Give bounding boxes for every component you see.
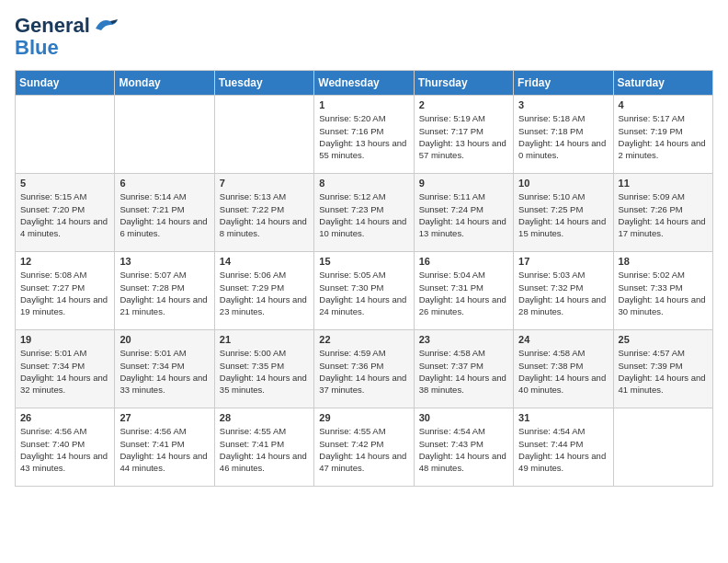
- cell-daylight: Daylight: 14 hours and 40 minutes.: [518, 372, 608, 396]
- cell-daylight: Daylight: 14 hours and 19 minutes.: [20, 293, 109, 318]
- cell-sunset: Sunset: 7:27 PM: [20, 282, 109, 293]
- cell-sunset: Sunset: 7:44 PM: [518, 438, 608, 450]
- calendar-cell: 28 Sunrise: 4:55 AM Sunset: 7:41 PM Dayl…: [214, 408, 313, 487]
- cell-sunrise: Sunrise: 5:09 AM: [619, 190, 708, 202]
- day-number: 22: [319, 334, 408, 345]
- day-number: 28: [220, 412, 309, 423]
- day-number: 19: [20, 334, 109, 345]
- day-number: 25: [619, 334, 708, 345]
- cell-daylight: Daylight: 14 hours and 24 minutes.: [319, 293, 408, 318]
- cell-sunset: Sunset: 7:43 PM: [419, 438, 508, 450]
- cell-sunrise: Sunrise: 4:56 AM: [20, 425, 109, 437]
- cell-sunrise: Sunrise: 5:02 AM: [619, 269, 708, 281]
- cell-sunrise: Sunrise: 5:07 AM: [119, 269, 209, 281]
- cell-daylight: Daylight: 14 hours and 4 minutes.: [20, 215, 109, 240]
- calendar-cell: 24 Sunrise: 4:58 AM Sunset: 7:38 PM Dayl…: [514, 330, 613, 408]
- cell-daylight: Daylight: 14 hours and 6 minutes.: [119, 215, 209, 240]
- cell-sunrise: Sunrise: 4:54 AM: [518, 425, 608, 437]
- cell-sunset: Sunset: 7:41 PM: [119, 438, 209, 450]
- cell-sunset: Sunset: 7:29 PM: [220, 282, 309, 293]
- day-number: 11: [619, 178, 708, 189]
- cell-daylight: Daylight: 14 hours and 49 minutes.: [518, 450, 608, 475]
- cell-sunrise: Sunrise: 4:59 AM: [319, 347, 408, 359]
- cell-daylight: Daylight: 14 hours and 2 minutes.: [619, 137, 708, 162]
- calendar-cell: 11 Sunrise: 5:09 AM Sunset: 7:26 PM Dayl…: [613, 174, 712, 252]
- cell-daylight: Daylight: 14 hours and 37 minutes.: [319, 372, 408, 396]
- cell-sunset: Sunset: 7:35 PM: [220, 360, 309, 372]
- cell-daylight: Daylight: 14 hours and 33 minutes.: [119, 372, 209, 396]
- col-header-tuesday: Tuesday: [214, 71, 313, 96]
- col-header-monday: Monday: [115, 71, 214, 96]
- day-number: 21: [220, 334, 309, 345]
- cell-daylight: Daylight: 14 hours and 44 minutes.: [119, 450, 209, 475]
- cell-sunrise: Sunrise: 4:58 AM: [419, 347, 508, 359]
- cell-daylight: Daylight: 13 hours and 57 minutes.: [419, 137, 508, 162]
- calendar-cell: 22 Sunrise: 4:59 AM Sunset: 7:36 PM Dayl…: [314, 330, 414, 408]
- cell-daylight: Daylight: 14 hours and 21 minutes.: [119, 293, 209, 318]
- week-row-1: 1 Sunrise: 5:20 AM Sunset: 7:16 PM Dayli…: [16, 96, 713, 174]
- day-number: 1: [319, 99, 408, 110]
- cell-daylight: Daylight: 14 hours and 30 minutes.: [619, 293, 708, 318]
- cell-daylight: Daylight: 14 hours and 38 minutes.: [419, 372, 508, 396]
- calendar-cell: [115, 96, 214, 174]
- cell-sunrise: Sunrise: 5:12 AM: [319, 190, 408, 202]
- col-header-thursday: Thursday: [414, 71, 513, 96]
- day-number: 3: [518, 99, 608, 110]
- day-number: 24: [518, 334, 608, 345]
- calendar-cell: 19 Sunrise: 5:01 AM Sunset: 7:34 PM Dayl…: [16, 330, 115, 408]
- cell-daylight: Daylight: 14 hours and 10 minutes.: [319, 215, 408, 240]
- calendar-cell: [613, 408, 712, 487]
- col-header-sunday: Sunday: [16, 71, 115, 96]
- calendar-cell: 30 Sunrise: 4:54 AM Sunset: 7:43 PM Dayl…: [414, 408, 513, 487]
- cell-daylight: Daylight: 14 hours and 43 minutes.: [20, 450, 109, 475]
- week-row-5: 26 Sunrise: 4:56 AM Sunset: 7:40 PM Dayl…: [16, 408, 713, 487]
- cell-sunrise: Sunrise: 5:18 AM: [518, 112, 608, 124]
- calendar-table: SundayMondayTuesdayWednesdayThursdayFrid…: [15, 70, 713, 487]
- calendar-cell: 15 Sunrise: 5:05 AM Sunset: 7:30 PM Dayl…: [314, 252, 414, 330]
- cell-daylight: Daylight: 14 hours and 26 minutes.: [419, 293, 508, 318]
- calendar-cell: 9 Sunrise: 5:11 AM Sunset: 7:24 PM Dayli…: [414, 174, 513, 252]
- day-number: 5: [20, 178, 109, 189]
- cell-sunrise: Sunrise: 5:01 AM: [119, 347, 209, 359]
- calendar-cell: 25 Sunrise: 4:57 AM Sunset: 7:39 PM Dayl…: [613, 330, 712, 408]
- day-number: 16: [419, 256, 508, 267]
- day-number: 27: [119, 412, 209, 423]
- cell-sunset: Sunset: 7:32 PM: [518, 282, 608, 293]
- logo: General Blue: [15, 15, 119, 59]
- calendar-cell: 5 Sunrise: 5:15 AM Sunset: 7:20 PM Dayli…: [16, 174, 115, 252]
- calendar-cell: 6 Sunrise: 5:14 AM Sunset: 7:21 PM Dayli…: [115, 174, 214, 252]
- day-number: 12: [20, 256, 109, 267]
- day-number: 4: [619, 99, 708, 110]
- day-number: 6: [119, 178, 209, 189]
- week-row-4: 19 Sunrise: 5:01 AM Sunset: 7:34 PM Dayl…: [16, 330, 713, 408]
- calendar-cell: 7 Sunrise: 5:13 AM Sunset: 7:22 PM Dayli…: [214, 174, 313, 252]
- cell-daylight: Daylight: 14 hours and 35 minutes.: [220, 372, 309, 396]
- calendar-cell: 8 Sunrise: 5:12 AM Sunset: 7:23 PM Dayli…: [314, 174, 414, 252]
- cell-sunrise: Sunrise: 5:20 AM: [319, 112, 408, 124]
- cell-sunrise: Sunrise: 5:05 AM: [319, 269, 408, 281]
- day-number: 7: [220, 178, 309, 189]
- cell-sunrise: Sunrise: 5:17 AM: [619, 112, 708, 124]
- cell-daylight: Daylight: 14 hours and 47 minutes.: [319, 450, 408, 475]
- cell-daylight: Daylight: 14 hours and 41 minutes.: [619, 372, 708, 396]
- calendar-cell: 23 Sunrise: 4:58 AM Sunset: 7:37 PM Dayl…: [414, 330, 513, 408]
- cell-sunset: Sunset: 7:40 PM: [20, 438, 109, 450]
- logo-bird-icon: [92, 16, 119, 36]
- calendar-cell: 29 Sunrise: 4:55 AM Sunset: 7:42 PM Dayl…: [314, 408, 414, 487]
- cell-daylight: Daylight: 14 hours and 8 minutes.: [220, 215, 309, 240]
- cell-daylight: Daylight: 14 hours and 48 minutes.: [419, 450, 508, 475]
- logo-blue: Blue: [15, 37, 59, 59]
- cell-sunset: Sunset: 7:20 PM: [20, 203, 109, 215]
- calendar-cell: 13 Sunrise: 5:07 AM Sunset: 7:28 PM Dayl…: [115, 252, 214, 330]
- cell-sunrise: Sunrise: 5:15 AM: [20, 190, 109, 202]
- cell-sunrise: Sunrise: 5:06 AM: [220, 269, 309, 281]
- day-number: 20: [119, 334, 209, 345]
- cell-sunset: Sunset: 7:30 PM: [319, 282, 408, 293]
- cell-sunset: Sunset: 7:28 PM: [119, 282, 209, 293]
- calendar-cell: 3 Sunrise: 5:18 AM Sunset: 7:18 PM Dayli…: [514, 96, 613, 174]
- day-number: 29: [319, 412, 408, 423]
- day-number: 31: [518, 412, 608, 423]
- cell-sunrise: Sunrise: 4:57 AM: [619, 347, 708, 359]
- cell-sunset: Sunset: 7:38 PM: [518, 360, 608, 372]
- day-number: 30: [419, 412, 508, 423]
